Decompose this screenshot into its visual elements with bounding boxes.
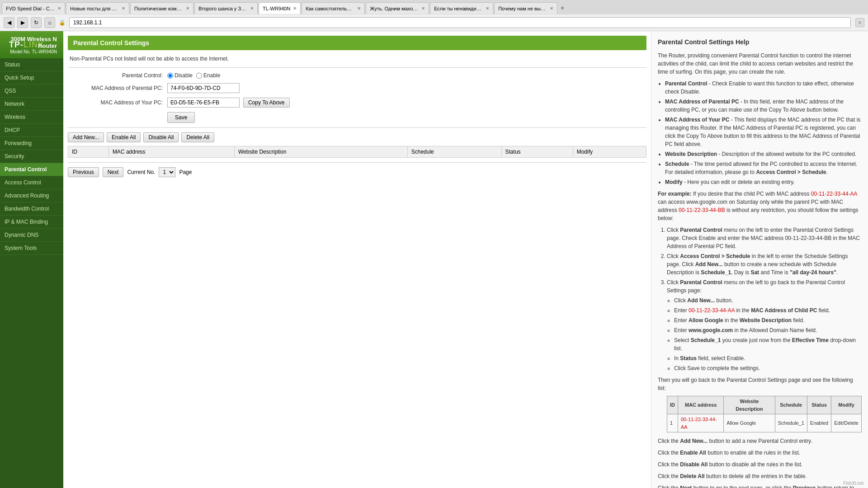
current-no-label: Current No.: [127, 169, 155, 175]
router-name: 300M Wireless N Router: [0, 36, 57, 49]
tab-1[interactable]: FVD Speed Dial - Серви...✕: [2, 2, 65, 14]
sidebar-item-access-control[interactable]: Access Control: [0, 176, 63, 189]
tab-8[interactable]: Если ты ненавидишь ...✕: [430, 2, 493, 14]
sidebar-item-advanced-routing[interactable]: Advanced Routing: [0, 189, 63, 202]
browser-chrome: FVD Speed Dial - Серви...✕ Новые посты д…: [0, 0, 868, 31]
router-model: Model No. TL-WR940N: [0, 49, 57, 54]
action-buttons-row: Add New... Enable All Disable All Delete…: [68, 132, 646, 142]
divider-mid: [68, 127, 646, 128]
forward-button[interactable]: ▶: [17, 17, 28, 28]
disable-radio-label[interactable]: Disable: [167, 72, 193, 79]
help-fields-list: Parental Control - Check Enable to want …: [665, 80, 862, 186]
sidebar-item-qss[interactable]: QSS: [0, 84, 63, 98]
address-input[interactable]: [69, 17, 851, 28]
tab-5-active[interactable]: TL-WR940N✕: [259, 2, 301, 14]
divider-bot: [68, 162, 646, 163]
help-note-5: Click the Next button to go to the next …: [658, 484, 862, 488]
content-area: Parental Control Settings Non-Parental P…: [63, 31, 868, 488]
tab-6[interactable]: Как самостоятельно н...✕: [302, 2, 365, 14]
mac-parental-row: MAC Address of Parental PC:: [68, 83, 646, 93]
enable-all-button[interactable]: Enable All: [107, 132, 141, 142]
tab-9[interactable]: Почему нам не выгод...✕: [494, 2, 557, 14]
pagination-row: Previous Next Current No. 1 Page: [68, 167, 646, 177]
mac-your-label: MAC Address of Your PC:: [68, 99, 167, 106]
col-id: ID: [68, 146, 109, 158]
enable-label: Enable: [203, 72, 220, 79]
bookmark-icon[interactable]: ☆: [855, 18, 864, 27]
copy-to-above-button[interactable]: Copy To Above: [243, 98, 290, 108]
enable-radio[interactable]: [196, 73, 202, 79]
sidebar-item-system-tools[interactable]: System Tools: [0, 242, 63, 255]
save-button[interactable]: Save: [167, 112, 195, 123]
help-example-table: ID MAC address Website Description Sched…: [667, 396, 862, 432]
tab-4[interactable]: Второго шанса у Зеле...✕: [194, 2, 258, 14]
sidebar-item-forwarding[interactable]: Forwarding: [0, 137, 63, 150]
sidebar-item-security[interactable]: Security: [0, 150, 63, 163]
help-result-intro: Then you will go back to the Parental Co…: [658, 376, 862, 392]
col-mac: MAC address: [108, 146, 234, 158]
mac-parental-input[interactable]: [167, 83, 240, 93]
sidebar: TP-LINK 300M Wireless N Router Model No.…: [0, 31, 63, 488]
sidebar-item-dynamic-dns[interactable]: Dynamic DNS: [0, 229, 63, 242]
help-note-4: Click the Delete All button to delete al…: [658, 472, 862, 480]
divider-top: [68, 67, 646, 68]
parental-control-table: ID MAC address Website Description Sched…: [68, 146, 646, 158]
page-title: Parental Control Settings: [68, 36, 646, 50]
previous-button[interactable]: Previous: [68, 167, 99, 177]
tab-7[interactable]: Жуть. Одним махом ...✕: [366, 2, 429, 14]
page-label: Page: [179, 169, 192, 175]
page-select[interactable]: 1: [159, 167, 175, 177]
tab-bar: FVD Speed Dial - Серви...✕ Новые посты д…: [0, 0, 868, 14]
sidebar-item-network[interactable]: Network: [0, 98, 63, 111]
delete-all-button[interactable]: Delete All: [181, 132, 214, 142]
col-schedule: Schedule: [407, 146, 501, 158]
sidebar-item-status[interactable]: Status: [0, 58, 63, 71]
parental-control-row: Parental Control: Disable Enable: [68, 72, 646, 79]
info-text: Non-Parental PCs not listed will not be …: [68, 56, 646, 62]
col-modify: Modify: [573, 146, 646, 158]
sidebar-item-quick-setup[interactable]: Quick Setup: [0, 71, 63, 84]
address-bar-row: ◀ ▶ ↻ ⌂ 🔒 ☆: [0, 14, 868, 31]
help-intro: The Router, providing convenient Parenta…: [658, 52, 862, 76]
main-layout: TP-LINK 300M Wireless N Router Model No.…: [0, 31, 868, 488]
router-header: TP-LINK 300M Wireless N Router Model No.…: [0, 31, 63, 58]
sidebar-item-wireless[interactable]: Wireless: [0, 111, 63, 124]
reload-button[interactable]: ↻: [31, 17, 42, 28]
col-status: Status: [501, 146, 573, 158]
parental-control-controls: Disable Enable: [167, 72, 220, 79]
parental-control-label: Parental Control:: [68, 72, 167, 79]
mac-your-row: MAC Address of Your PC: Copy To Above: [68, 98, 646, 108]
home-button[interactable]: ⌂: [44, 17, 55, 28]
add-new-button[interactable]: Add New...: [68, 132, 104, 142]
disable-all-button[interactable]: Disable All: [143, 132, 179, 142]
help-steps-list: Click Parental Control menu on the left …: [667, 226, 862, 372]
disable-label: Disable: [175, 72, 193, 79]
enable-radio-label[interactable]: Enable: [196, 72, 220, 79]
main-panel: Parental Control Settings Non-Parental P…: [63, 31, 651, 488]
help-title: Parental Control Settings Help: [658, 38, 862, 47]
help-panel: Parental Control Settings Help The Route…: [651, 31, 868, 488]
mac-parental-label: MAC Address of Parental PC:: [68, 85, 167, 91]
next-button[interactable]: Next: [103, 167, 124, 177]
help-example-intro: For example: If you desire that the chil…: [658, 190, 862, 222]
back-button[interactable]: ◀: [4, 17, 14, 28]
sidebar-item-parental-control[interactable]: Parental Control: [0, 163, 63, 176]
tab-3[interactable]: Политические комме...✕: [130, 2, 193, 14]
sidebar-item-bandwidth-control[interactable]: Bandwidth Control: [0, 202, 63, 216]
mac-your-controls: Copy To Above: [167, 98, 290, 108]
help-note-2: Click the Enable All button to enable al…: [658, 449, 862, 457]
disable-radio[interactable]: [167, 73, 173, 79]
sidebar-item-dhcp[interactable]: DHCP: [0, 124, 63, 137]
help-note-3: Click the Disable All button to disable …: [658, 460, 862, 469]
col-website: Website Description: [234, 146, 407, 158]
mac-your-input[interactable]: [167, 98, 240, 108]
mac-parental-controls: [167, 83, 240, 93]
tab-2[interactable]: Новые посты для всё б...✕: [66, 2, 129, 14]
save-row: Save: [68, 112, 646, 123]
watermark: FishXl.net: [844, 481, 863, 486]
help-note-1: Click the Add New... button to add a new…: [658, 437, 862, 445]
sidebar-item-ip-mac-binding[interactable]: IP & MAC Binding: [0, 216, 63, 229]
